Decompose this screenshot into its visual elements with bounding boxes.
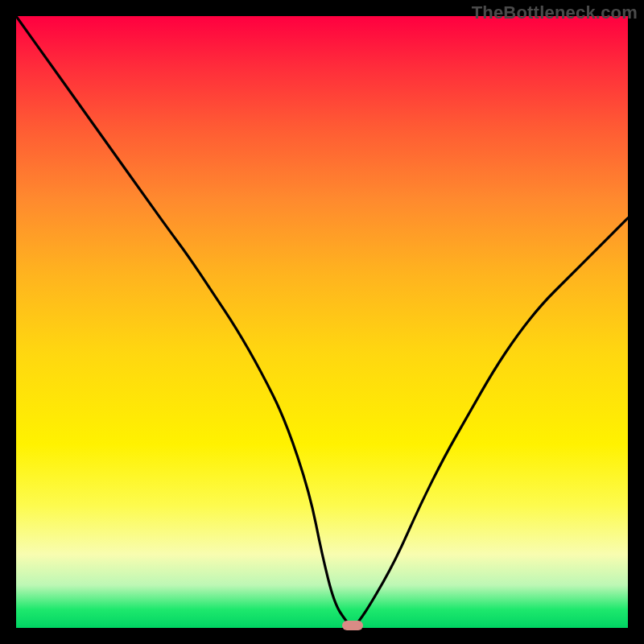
- plot-area: [16, 16, 628, 628]
- watermark-text: TheBottleneck.com: [472, 2, 638, 23]
- chart-stage: TheBottleneck.com: [0, 0, 644, 644]
- optimal-point-marker: [342, 621, 363, 630]
